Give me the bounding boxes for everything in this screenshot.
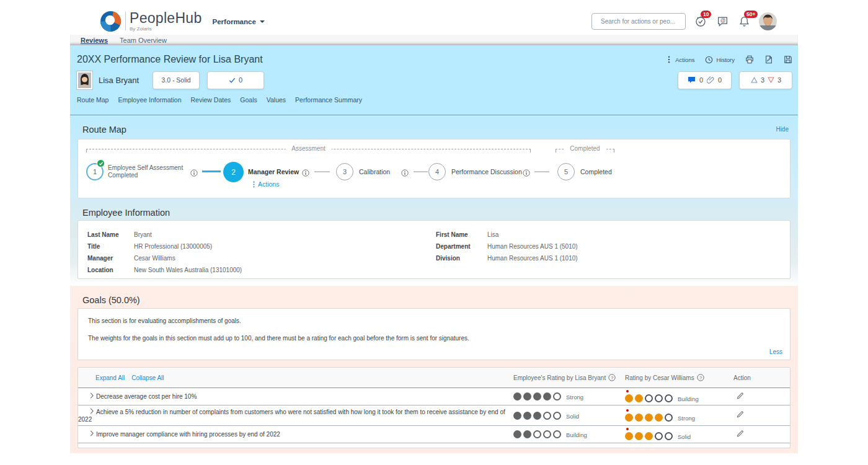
chevron-right-icon — [90, 392, 94, 401]
goal-title-cell[interactable]: Decrease average cost per hire 10% — [78, 390, 513, 403]
manager-rating-dots — [625, 394, 673, 402]
goals-title: Goals (50.0%) — [78, 295, 790, 305]
collapse-all-link[interactable]: Collapse All — [131, 374, 164, 381]
col-action: Action — [733, 374, 790, 381]
brand-divider — [125, 12, 126, 30]
info-icon-wrap — [523, 168, 530, 179]
rating-dot — [635, 432, 643, 440]
subnav-goals[interactable]: Goals — [240, 96, 257, 104]
rating-dot — [645, 432, 653, 440]
employee-name: Lisa Bryant — [99, 76, 139, 85]
completed-bracket: Completed — [556, 149, 614, 153]
step-connector — [534, 171, 549, 172]
module-tabs: ReviewsTeam Overview — [70, 35, 798, 45]
todo-button[interactable]: 10 — [694, 14, 707, 28]
field-label: Manager — [87, 252, 134, 264]
actions-button[interactable]: Actions — [666, 56, 694, 63]
goals-description-line2: The weights for the goals in this sectio… — [88, 335, 780, 342]
user-avatar[interactable] — [759, 12, 777, 30]
hide-link[interactable]: Hide — [776, 126, 790, 133]
rating-dot — [655, 394, 663, 402]
route-step-5-circle[interactable]: 5 — [557, 163, 575, 180]
edit-pencil-icon[interactable] — [736, 391, 744, 402]
history-button[interactable]: History — [705, 56, 735, 64]
goal-title-cell[interactable]: Achieve a 5% reduction in number of comp… — [78, 405, 513, 425]
comment-count: 0 — [699, 76, 703, 84]
employee-info-title: Employee Information — [78, 208, 790, 218]
route-map-card: Assessment Completed 1Employee Self Asse… — [78, 139, 790, 198]
edit-pencil-icon[interactable] — [736, 410, 744, 421]
subnav-employee-information[interactable]: Employee Information — [118, 96, 181, 104]
edit-pencil-icon[interactable] — [736, 429, 744, 440]
info-icon[interactable] — [523, 169, 530, 177]
subnav-values[interactable]: Values — [267, 96, 286, 104]
manager-rating-cell: Strong — [625, 410, 733, 422]
employee-rating-cell: Strong — [513, 392, 625, 401]
svg-text:?: ? — [699, 375, 702, 381]
info-icon-wrap — [190, 168, 198, 179]
overflow-icon — [666, 56, 672, 63]
rating-dot — [533, 430, 541, 438]
subnav-route-map[interactable]: Route Map — [77, 96, 108, 104]
feedback-button[interactable]: @ — [715, 14, 729, 28]
col-employee-rating-label: Employee's Rating by Lisa Bryant — [513, 374, 606, 381]
goal-title-cell[interactable]: Improve manager compliance with hiring p… — [78, 428, 513, 441]
subnav-performance-summary[interactable]: Performance Summary — [295, 96, 362, 104]
export-document-icon — [764, 55, 773, 64]
rating-dot — [635, 394, 643, 402]
peoplehub-logo-icon — [99, 10, 122, 33]
less-link[interactable]: Less — [769, 348, 782, 355]
goals-description-line1: This section is for evaluating accomplis… — [88, 317, 780, 324]
field-value: New South Wales Australia (13101000) — [134, 264, 242, 276]
help-icon[interactable]: ? — [697, 374, 704, 381]
brand-logo[interactable]: PeopleHub By Zolaris — [99, 10, 202, 33]
check-count-box[interactable]: 0 — [207, 71, 264, 89]
rating-dot — [553, 412, 561, 420]
export-button[interactable] — [764, 55, 773, 64]
global-search[interactable] — [591, 13, 686, 30]
route-step-3-circle[interactable]: 3 — [336, 163, 353, 180]
help-icon[interactable]: ? — [608, 374, 616, 381]
rating-dot — [665, 414, 673, 422]
info-icon[interactable] — [401, 169, 409, 177]
tab-reviews[interactable]: Reviews — [81, 37, 108, 44]
route-step-4-circle[interactable]: 4 — [428, 163, 446, 180]
employee-avatar[interactable] — [77, 71, 92, 89]
employee-field: First NameLisa — [436, 229, 578, 241]
subnav-review-dates[interactable]: Review Dates — [191, 96, 231, 104]
notifications-badge: 50+ — [744, 11, 758, 18]
expand-all-link[interactable]: Expand All — [95, 374, 125, 381]
assessment-bracket: Assessment — [86, 149, 531, 153]
goal-title: Decrease average cost per hire 10% — [96, 393, 197, 400]
info-icon[interactable] — [190, 169, 198, 177]
overall-score-box[interactable]: 3.0 - Solid — [153, 71, 200, 89]
field-label: Location — [87, 264, 134, 276]
info-icon[interactable] — [302, 169, 309, 177]
employee-field: TitleHR Professional (13000005) — [87, 241, 436, 252]
employee-avatar-photo — [78, 73, 91, 88]
employee-rating-cell: Solid — [513, 412, 625, 420]
review-subnav: Route MapEmployee InformationReview Date… — [77, 96, 792, 104]
manager-rating-dots — [625, 432, 673, 440]
brand-subtitle: By Zolaris — [130, 26, 202, 32]
printer-icon — [745, 55, 754, 64]
module-switcher[interactable]: Performance — [213, 18, 265, 25]
rating-dot — [645, 414, 653, 422]
route-step-4-label: Performance Discussion — [451, 168, 522, 175]
step-actions-link[interactable]: Actions — [252, 180, 279, 188]
action-cell — [733, 391, 790, 402]
route-step-2-circle[interactable]: 2 — [223, 162, 244, 182]
required-indicator — [626, 390, 629, 392]
rating-dot — [645, 394, 653, 402]
col-employee-rating: Employee's Rating by Lisa Bryant ? — [513, 374, 625, 381]
goals-description-card: This section is for evaluating accomplis… — [78, 308, 790, 360]
tab-team-overview[interactable]: Team Overview — [120, 37, 167, 44]
print-button[interactable] — [745, 55, 754, 64]
search-input[interactable] — [601, 18, 680, 25]
updown-count-box[interactable]: 3 3 — [739, 71, 792, 89]
manager-rating-label: Solid — [678, 433, 691, 440]
comments-attachments-box[interactable]: 0 0 — [678, 71, 732, 89]
up-count: 3 — [761, 76, 764, 84]
save-button[interactable] — [784, 55, 792, 64]
notifications-button[interactable]: 50+ — [737, 14, 751, 28]
